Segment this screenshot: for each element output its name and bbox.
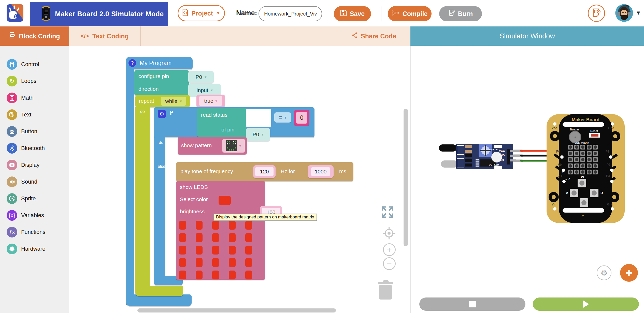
tab-block-coding[interactable]: Block Coding xyxy=(0,26,69,46)
repeat-mode-dropdown[interactable]: while▾ xyxy=(161,97,186,106)
color-swatch[interactable] xyxy=(219,196,231,205)
sidebar-item-math[interactable]: Math xyxy=(0,90,69,106)
compile-button[interactable]: Compile xyxy=(388,6,432,21)
avatar[interactable] xyxy=(615,4,633,22)
save-button[interactable]: Save xyxy=(334,6,371,21)
number-value[interactable]: 0 xyxy=(296,112,307,124)
button-s[interactable] xyxy=(580,198,588,207)
led-cell[interactable] xyxy=(212,246,219,255)
led-cell[interactable] xyxy=(245,233,252,242)
add-component-button[interactable]: + xyxy=(620,264,638,282)
led-cell[interactable] xyxy=(196,271,203,279)
stop-button[interactable] xyxy=(419,297,525,311)
block-true[interactable]: true▾ xyxy=(196,95,225,107)
led-matrix-editor[interactable] xyxy=(179,221,255,280)
pin-hole[interactable] xyxy=(562,169,565,172)
led-cell[interactable] xyxy=(212,271,219,279)
led-cell[interactable] xyxy=(179,233,186,242)
pin-dropdown[interactable]: P0▾ xyxy=(188,71,214,83)
horizontal-scrollbar[interactable] xyxy=(137,308,336,312)
led-cell[interactable] xyxy=(179,271,186,279)
block-repeat[interactable]: repeat while▾ xyxy=(135,95,190,107)
tab-text-coding[interactable]: </> Text Coding xyxy=(69,26,141,46)
led-cell[interactable] xyxy=(196,233,203,242)
pin-hole[interactable] xyxy=(611,122,614,126)
pin-hole[interactable] xyxy=(560,155,564,159)
led-cell[interactable] xyxy=(245,246,252,255)
maker-board[interactable]: Maker Board Buzzer Reset LED Matrix Y ↑ … xyxy=(547,114,625,223)
led-cell[interactable] xyxy=(229,221,236,230)
sidebar-item-bluetooth[interactable]: Bluetooth xyxy=(0,140,69,157)
button-w[interactable] xyxy=(578,179,586,187)
led-cell[interactable] xyxy=(196,258,203,267)
led-cell[interactable] xyxy=(196,221,203,230)
ir-sensor-module[interactable]: PWR LED OUT LED VCC GND OUT xyxy=(439,144,513,169)
project-name-input[interactable] xyxy=(259,6,322,21)
sidebar-item-text[interactable]: Text xyxy=(0,106,69,123)
pin-hole[interactable] xyxy=(610,180,613,183)
button-d[interactable] xyxy=(590,189,598,197)
sidebar-item-hardware[interactable]: Hardware xyxy=(0,241,69,257)
led-cell[interactable] xyxy=(229,246,236,255)
button-a[interactable] xyxy=(570,189,578,197)
pin-hole[interactable] xyxy=(553,207,556,211)
pin-hole[interactable] xyxy=(610,169,613,172)
sidebar-item-loops[interactable]: ↻Loops xyxy=(0,73,69,90)
firmware-download-button[interactable] xyxy=(588,5,605,22)
pattern-dropdown[interactable]: ▾ xyxy=(222,139,245,153)
duration-field[interactable]: 1000 xyxy=(308,165,334,178)
block-read-status[interactable]: read status of pin xyxy=(197,108,246,137)
operator-dropdown[interactable]: =▾ xyxy=(274,112,291,123)
boolean-dropdown[interactable]: true▾ xyxy=(199,96,222,106)
led-cell[interactable] xyxy=(179,246,186,255)
sidebar-item-variables[interactable]: {x}Variables xyxy=(0,207,69,224)
pin-hole[interactable] xyxy=(553,122,556,126)
block-show-leds[interactable]: show LEDS Select color brightness 100 xyxy=(176,181,265,280)
reset-button[interactable] xyxy=(589,133,600,138)
block-number-zero[interactable]: 0 xyxy=(294,110,309,126)
block-workspace[interactable]: ? My Program configure pin direction P0▾… xyxy=(69,46,410,313)
sidebar-item-sound[interactable]: Sound xyxy=(0,173,69,190)
of-pin-dropdown[interactable]: P0▾ xyxy=(246,128,270,141)
frequency-field[interactable]: 120 xyxy=(253,165,276,178)
led-cell[interactable] xyxy=(245,271,252,279)
led-cell[interactable] xyxy=(196,246,203,255)
led-cell[interactable] xyxy=(212,221,219,230)
sidebar-item-button[interactable]: Button xyxy=(0,123,69,140)
block-show-pattern[interactable]: show pattern ▾ xyxy=(178,137,247,155)
block-configure-pin[interactable]: configure pin direction xyxy=(134,70,189,96)
led-cell[interactable] xyxy=(229,258,236,267)
led-cell[interactable] xyxy=(179,221,186,230)
sidebar-item-sprite[interactable]: Sprite xyxy=(0,190,69,207)
sidebar-item-functions[interactable]: ƒxFunctions xyxy=(0,224,69,241)
led-cell[interactable] xyxy=(245,258,252,267)
sidebar-item-display[interactable]: Display xyxy=(0,157,69,173)
pin-hole[interactable] xyxy=(562,180,566,183)
project-menu-button[interactable]: Project ▼ xyxy=(178,5,225,21)
pin-hole[interactable] xyxy=(609,155,612,159)
gear-icon[interactable]: ⚙ xyxy=(158,110,166,118)
led-cell[interactable] xyxy=(212,233,219,242)
recenter-icon[interactable] xyxy=(383,227,395,241)
trash-icon[interactable] xyxy=(377,279,394,302)
settings-button[interactable]: ⚙ xyxy=(597,265,611,280)
sidebar-item-control[interactable]: Control xyxy=(0,56,69,73)
play-button[interactable] xyxy=(533,297,639,311)
block-play-tone[interactable]: play tone of frequency 120 Hz for 1000 m… xyxy=(176,162,353,181)
led-cell[interactable] xyxy=(229,233,236,242)
burn-button[interactable]: Burn xyxy=(439,6,482,21)
vertical-scrollbar[interactable] xyxy=(404,109,408,246)
led-cell[interactable] xyxy=(229,271,236,279)
led-cell[interactable] xyxy=(179,258,186,267)
zoom-in-icon[interactable]: + xyxy=(383,243,396,256)
app-logo[interactable]: AI xyxy=(7,4,23,22)
pin-hole[interactable] xyxy=(611,207,614,211)
fullscreen-icon[interactable] xyxy=(381,205,394,220)
share-code-button[interactable]: Share Code xyxy=(352,32,396,40)
led-cell[interactable] xyxy=(212,258,219,267)
block-my-program[interactable]: ? My Program xyxy=(126,57,193,69)
help-icon[interactable]: ? xyxy=(128,59,136,67)
led-cell[interactable] xyxy=(245,221,252,230)
zoom-out-icon[interactable]: − xyxy=(383,257,396,270)
read-status-empty-field[interactable] xyxy=(246,109,271,127)
